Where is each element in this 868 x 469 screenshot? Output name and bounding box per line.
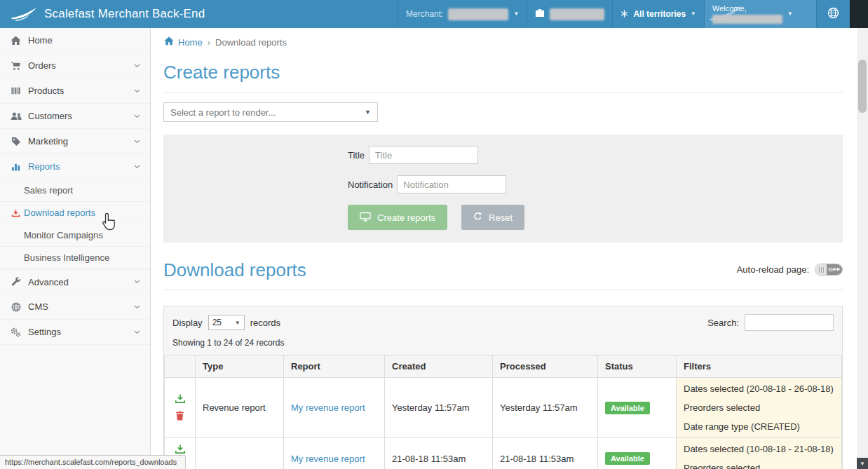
chevron-down-icon: [134, 165, 140, 169]
sidebar-item-label: Orders: [28, 60, 128, 71]
cell-type: Revenue report: [196, 378, 284, 438]
page-scrollbar[interactable]: ▼: [857, 28, 868, 469]
reset-icon: [473, 212, 482, 223]
app-title: Scalefast Merchant Back-End: [44, 7, 205, 21]
sidebar-item-advanced[interactable]: Advanced: [0, 269, 150, 294]
col-header-actions: [165, 355, 196, 378]
globe-icon: [10, 302, 22, 312]
sidebar-subitem-label: Business Intelligence: [24, 252, 109, 263]
autoreload-toggle[interactable]: OFF: [815, 264, 843, 276]
chevron-down-icon: [134, 330, 140, 334]
notification-label: Notification: [348, 179, 393, 190]
sidebar-subitem-download-reports[interactable]: Download reports: [0, 202, 150, 224]
top-bar: Scalefast Merchant Back-End Merchant: ▼ …: [0, 0, 868, 28]
sidebar-item-label: CMS: [28, 301, 128, 312]
col-header-processed: Processed: [493, 355, 598, 378]
chevron-down-icon: [134, 140, 140, 144]
sidebar-item-marketing[interactable]: Marketing: [0, 129, 150, 154]
col-header-status: Status: [598, 355, 677, 378]
chevron-down-icon: ▼: [235, 320, 240, 326]
main-content: Home › Download reports Create reports S…: [151, 28, 857, 469]
create-reports-button[interactable]: Create reports: [348, 205, 447, 230]
display-label: Display: [172, 318, 203, 328]
sidebar-item-orders[interactable]: Orders: [0, 53, 150, 79]
download-icon: [11, 209, 20, 217]
merchant-dropdown[interactable]: Merchant: ▼: [398, 0, 527, 28]
sidebar-item-settings[interactable]: Settings: [0, 320, 150, 345]
status-badge: Available: [605, 452, 650, 465]
scrollbar-thumb[interactable]: [858, 60, 867, 113]
sidebar-subitem-business-intelligence[interactable]: Business Intelligence: [0, 247, 150, 269]
cart-icon: [10, 61, 22, 71]
chevron-down-icon: ▼: [787, 11, 793, 17]
tag-icon: [10, 137, 22, 147]
chevron-down-icon: [134, 64, 140, 68]
control-sidebar-strip[interactable]: [850, 0, 868, 28]
download-report-icon[interactable]: [175, 393, 186, 406]
cell-created: 21-08-18 11:53am: [385, 438, 493, 469]
brand[interactable]: Scalefast Merchant Back-End: [0, 0, 215, 28]
records-per-page-select[interactable]: 25 ▼: [208, 315, 245, 330]
breadcrumb-current: Download reports: [215, 37, 287, 48]
merchant-label: Merchant:: [406, 9, 443, 19]
cell-created: Yesterday 11:57am: [385, 378, 493, 438]
sidebar-item-home[interactable]: Home: [0, 28, 150, 53]
reports-table: Type Report Created Processed Status Fil…: [164, 355, 842, 469]
sidebar-item-label: Settings: [28, 327, 128, 337]
report-link[interactable]: My revenue report: [291, 454, 365, 464]
briefcase-icon: [535, 8, 545, 20]
territories-label: All territories: [633, 9, 686, 19]
records-label: records: [250, 318, 280, 328]
wrench-icon: [10, 277, 22, 287]
chevron-down-icon: [134, 280, 140, 284]
reset-button[interactable]: Reset: [461, 205, 524, 230]
breadcrumb-home-link[interactable]: Home: [164, 36, 203, 48]
report-link[interactable]: My revenue report: [291, 402, 365, 413]
home-icon: [10, 36, 22, 46]
divider: [163, 290, 843, 290]
status-badge: Available: [605, 402, 650, 414]
divider: [163, 92, 843, 93]
scalefast-logo-icon: [10, 6, 38, 23]
create-reports-heading: Create reports: [163, 62, 843, 83]
username-redacted: [712, 15, 782, 24]
col-header-report: Report: [284, 355, 385, 378]
monitor-icon: [360, 212, 371, 224]
delete-report-icon[interactable]: [175, 411, 184, 423]
asterisk-icon: [621, 9, 628, 20]
filter-line: Dates selected (10-08-18 - 21-08-18): [684, 444, 834, 454]
report-type-select[interactable]: Select a report to render... ▼: [163, 102, 378, 122]
autoreload-label: Auto-reload page:: [737, 264, 809, 275]
filter-line: Preorders selected: [684, 463, 834, 469]
sidebar-item-label: Home: [28, 35, 140, 46]
store-dropdown[interactable]: [527, 0, 612, 28]
sidebar-item-customers[interactable]: Customers: [0, 104, 150, 129]
chevron-down-icon: ▼: [365, 109, 371, 116]
sidebar-subitem-monitor-campaigns[interactable]: Monitor Campaigns: [0, 224, 150, 247]
cell-processed: Yesterday 11:57am: [493, 378, 598, 438]
sidebar-item-cms[interactable]: CMS: [0, 294, 150, 320]
territories-dropdown[interactable]: All territories ▼: [612, 0, 704, 28]
store-value-redacted: [550, 8, 604, 20]
notification-input[interactable]: [397, 175, 506, 193]
sidebar-item-reports[interactable]: Reports: [0, 154, 150, 179]
sidebar-subitem-sales-report[interactable]: Sales report: [0, 179, 150, 202]
chevron-down-icon: [134, 114, 140, 118]
sidebar-item-products[interactable]: Products: [0, 79, 150, 104]
sidebar-subitem-label: Monitor Campaigns: [24, 230, 103, 240]
scrollbar-down-button[interactable]: ▼: [857, 458, 868, 469]
search-label: Search:: [707, 318, 739, 328]
language-menu[interactable]: [816, 0, 850, 28]
title-input[interactable]: [369, 146, 478, 164]
barcode-icon: [10, 86, 22, 95]
merchant-value-redacted: [448, 8, 508, 20]
user-menu[interactable]: Welcome, ▼: [704, 0, 816, 28]
download-reports-panel: Display 25 ▼ records Search: Showing 1 t…: [163, 306, 843, 469]
sidebar: Home Orders Products Customers Marketing: [0, 28, 151, 469]
showing-records-text: Showing 1 to 24 of 24 records: [164, 332, 842, 355]
chevron-down-icon: [134, 305, 140, 309]
table-row: My revenue report 21-08-18 11:53am 21-08…: [165, 438, 842, 469]
chevron-down-icon: ▼: [691, 11, 696, 17]
sidebar-subitem-label: Download reports: [24, 208, 95, 218]
search-input[interactable]: [745, 314, 834, 331]
